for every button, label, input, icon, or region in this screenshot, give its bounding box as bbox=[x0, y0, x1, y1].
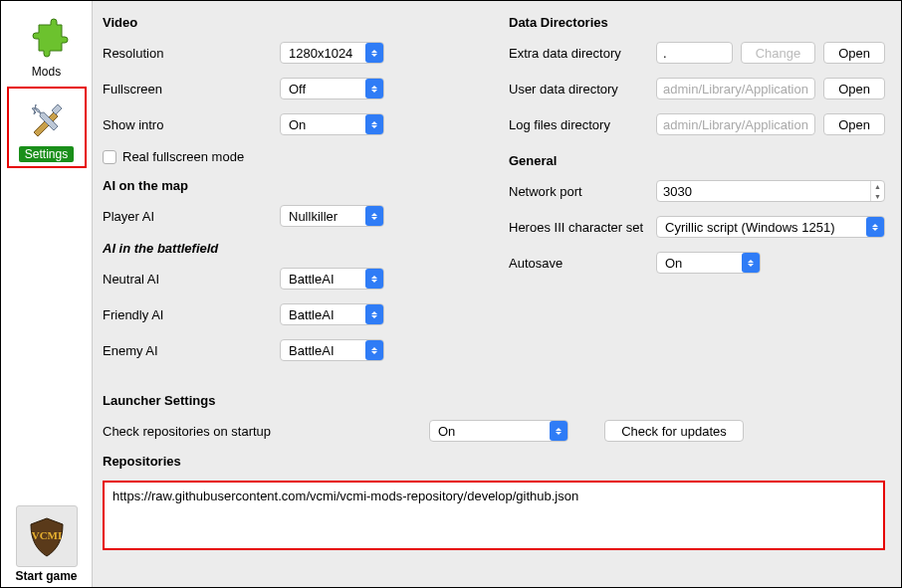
real-fullscreen-label: Real fullscreen mode bbox=[122, 149, 244, 164]
check-repos-value: On bbox=[438, 424, 455, 439]
shield-icon: VCMI bbox=[16, 505, 78, 567]
fullscreen-label: Fullscreen bbox=[103, 82, 272, 97]
user-dir-label: User data directory bbox=[509, 82, 648, 97]
resolution-select[interactable]: 1280x1024 bbox=[280, 42, 384, 64]
stepper-icon[interactable]: ▲▼ bbox=[870, 181, 884, 201]
charset-label: Heroes III character set bbox=[509, 220, 648, 235]
neutral-ai-label: Neutral AI bbox=[103, 272, 272, 287]
showintro-value: On bbox=[289, 117, 306, 132]
user-dir-input bbox=[656, 78, 815, 99]
friendly-ai-select[interactable]: BattleAI bbox=[280, 303, 384, 325]
chevron-updown-icon bbox=[365, 114, 383, 134]
fullscreen-value: Off bbox=[289, 82, 306, 97]
log-dir-label: Log files directory bbox=[509, 117, 648, 132]
player-ai-value: Nullkiller bbox=[289, 209, 338, 224]
open-extra-button[interactable]: Open bbox=[823, 42, 885, 64]
resolution-value: 1280x1024 bbox=[289, 46, 352, 61]
puzzle-icon bbox=[22, 13, 72, 63]
launcher-title: Launcher Settings bbox=[103, 393, 885, 408]
chevron-updown-icon bbox=[365, 43, 383, 63]
sidebar-item-mods[interactable]: Mods bbox=[7, 7, 87, 83]
enemy-ai-select[interactable]: BattleAI bbox=[280, 339, 384, 361]
showintro-select[interactable]: On bbox=[280, 113, 384, 135]
sidebar-label-settings: Settings bbox=[19, 146, 74, 162]
extra-dir-label: Extra data directory bbox=[509, 46, 648, 61]
chevron-updown-icon bbox=[365, 206, 383, 226]
friendly-ai-value: BattleAI bbox=[289, 307, 335, 322]
port-value: 3030 bbox=[657, 184, 870, 199]
friendly-ai-label: Friendly AI bbox=[103, 307, 272, 322]
sidebar-label-mods: Mods bbox=[32, 65, 61, 79]
enemy-ai-value: BattleAI bbox=[289, 343, 335, 358]
ai-battle-title: AI in the battlefield bbox=[103, 241, 479, 256]
neutral-ai-value: BattleAI bbox=[289, 272, 335, 287]
repos-textarea[interactable]: https://raw.githubusercontent.com/vcmi/v… bbox=[103, 481, 885, 550]
check-repos-select[interactable]: On bbox=[429, 420, 568, 442]
port-label: Network port bbox=[509, 184, 648, 199]
main-panel: Video Resolution 1280x1024 Fullscreen Of… bbox=[93, 1, 901, 587]
ai-map-title: AI on the map bbox=[103, 178, 479, 193]
real-fullscreen-checkbox[interactable] bbox=[103, 150, 116, 164]
chevron-updown-icon bbox=[365, 304, 383, 324]
repos-value: https://raw.githubusercontent.com/vcmi/v… bbox=[113, 489, 875, 503]
check-repos-label: Check repositories on startup bbox=[103, 424, 421, 439]
charset-select[interactable]: Cyrillic script (Windows 1251) bbox=[656, 216, 885, 238]
change-button: Change bbox=[741, 42, 816, 64]
chevron-updown-icon bbox=[365, 79, 383, 98]
showintro-label: Show intro bbox=[103, 117, 272, 132]
autosave-value: On bbox=[665, 256, 682, 271]
player-ai-label: Player AI bbox=[103, 209, 272, 224]
tools-icon bbox=[22, 95, 72, 144]
repos-title: Repositories bbox=[103, 454, 885, 469]
svg-text:VCMI: VCMI bbox=[31, 529, 62, 541]
extra-dir-input[interactable] bbox=[656, 42, 733, 64]
sidebar-item-settings[interactable]: Settings bbox=[7, 87, 87, 168]
neutral-ai-select[interactable]: BattleAI bbox=[280, 268, 384, 290]
general-title: General bbox=[509, 153, 885, 168]
log-dir-input bbox=[656, 113, 815, 135]
video-title: Video bbox=[103, 15, 479, 30]
sidebar: Mods Settings VCMI Start game bbox=[1, 1, 93, 587]
open-user-button[interactable]: Open bbox=[823, 78, 885, 99]
enemy-ai-label: Enemy AI bbox=[103, 343, 272, 358]
chevron-updown-icon bbox=[550, 421, 567, 441]
charset-value: Cyrillic script (Windows 1251) bbox=[665, 220, 834, 235]
open-log-button[interactable]: Open bbox=[823, 113, 885, 135]
resolution-label: Resolution bbox=[103, 46, 272, 61]
chevron-updown-icon bbox=[742, 253, 760, 273]
fullscreen-select[interactable]: Off bbox=[280, 78, 384, 99]
col-right: Data Directories Extra data directory Ch… bbox=[509, 11, 885, 375]
sidebar-label-start: Start game bbox=[15, 569, 77, 583]
col-left: Video Resolution 1280x1024 Fullscreen Of… bbox=[103, 11, 479, 375]
player-ai-select[interactable]: Nullkiller bbox=[280, 205, 384, 227]
dirs-title: Data Directories bbox=[509, 15, 885, 30]
sidebar-item-start-game[interactable]: VCMI Start game bbox=[7, 499, 87, 587]
chevron-updown-icon bbox=[365, 340, 383, 360]
check-updates-button[interactable]: Check for updates bbox=[604, 420, 744, 442]
port-input[interactable]: 3030 ▲▼ bbox=[656, 180, 885, 202]
autosave-label: Autosave bbox=[509, 256, 648, 271]
chevron-updown-icon bbox=[866, 217, 884, 237]
autosave-select[interactable]: On bbox=[656, 252, 761, 274]
chevron-updown-icon bbox=[365, 269, 383, 289]
